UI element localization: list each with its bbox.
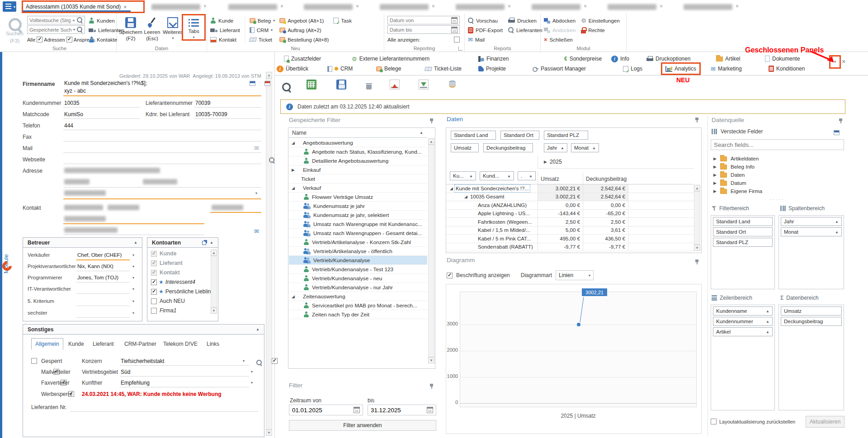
neu-beleg-button[interactable]: Beleg▾ [250,16,275,25]
matchcode-value[interactable]: KumiSo [64,111,83,118]
calendar-icon[interactable] [451,17,458,24]
betreuer-underline[interactable] [76,317,130,318]
app-menu-button[interactable]: ▾ [3,1,16,12]
gesperrt-checkbox[interactable] [31,358,37,364]
field-search-box[interactable] [711,139,844,150]
kontoart-row[interactable]: Firma1 [151,307,176,314]
sonstiges-tab-allgemein[interactable]: Allgemein [31,338,63,350]
pivot-cell-db[interactable]: 2,50 € [583,218,628,226]
pivot-filter-field[interactable]: Standard Land [451,131,496,140]
filter-item-row[interactable]: Vertrieb/Kundenanalyse - nur Jahr [289,283,427,292]
saved-filters-name-header[interactable]: Name ▲ [288,128,427,138]
datenbereich-field[interactable]: Deckungsbeitrag [781,317,842,326]
filter-item-row[interactable]: Kundenumsatz je jahr, selektiert [289,211,427,220]
adressen-checkbox[interactable] [37,37,42,42]
export-icon[interactable] [419,80,429,89]
fax-underline[interactable] [63,141,261,141]
lieferantennummer-value[interactable]: 70039 [195,100,210,106]
aktualisieren-button[interactable]: Aktualisieren [806,416,844,428]
delete-icon[interactable] [366,83,372,89]
andocken-button[interactable]: Andocken [544,25,576,35]
telefon-value[interactable]: 444 [64,122,73,129]
spaltenbereich-field[interactable]: Jahr▲ [781,217,842,226]
pivot-cell-umsatz[interactable]: 2,50 € [538,218,583,226]
vorschau-button[interactable]: Vorschau [468,16,503,25]
zoom-icon[interactable] [282,83,292,92]
pivot-column-field[interactable]: Jahr▲ [544,143,567,152]
pivot-row[interactable]: ◢ Kunde mit Sonderzeichen's !?... 3.002,… [446,184,694,193]
collapse-icon[interactable]: ▲ [256,327,259,331]
firmenname-line1[interactable]: Kunde mit Sonderzeichen's !?%$]; [64,80,147,86]
pivot-row[interactable]: Kabel / 1,5 m MIded/... 5,00 € 3,61 € [446,226,694,235]
tab-artikel[interactable]: Artikel [716,54,740,64]
expander-closed-icon[interactable]: ▶ [713,189,717,193]
tab-passwort-manager[interactable]: Passwort Manager [533,64,586,74]
field-folder-row[interactable]: ▶Eigene Firma [708,187,846,195]
betreuer-row-value[interactable]: Chef, Ober (CHEF) [77,252,122,258]
redacted-tab-close-icon[interactable]: × [432,3,435,9]
neu-auftrag-button[interactable]: Auftrag (Alt+2) [279,25,329,35]
tab-info[interactable]: iInfo [611,54,629,64]
redacted-tab[interactable] [380,4,429,10]
pivot-column-field[interactable]: Monat▲ [571,143,599,152]
chevron-down-icon[interactable]: ▾ [132,287,134,291]
redacted-tab[interactable] [532,4,580,10]
filter-group-row[interactable]: ◢Angebotsauswertung [289,138,427,147]
tab-ueberblick[interactable]: iÜberblick [277,64,308,74]
tabs-button[interactable]: Tabs▾ [184,16,203,40]
neu-kontakt-button[interactable]: Kontakt [210,35,240,44]
vertriebsgebiet-value[interactable]: Süd [121,369,130,375]
filter-group-row[interactable]: ◢Verkauf [289,184,427,193]
betreuer-row-value[interactable]: Nix, Kann (NIX) [77,264,113,269]
webseite-underline[interactable] [63,164,261,164]
pivot-cell-umsatz[interactable]: -9,77 € [538,243,583,251]
field-folder-row[interactable]: ▶Artikeldaten [708,155,846,163]
expander-closed-icon[interactable]: ▶ [292,168,295,172]
pivot-scrollbar[interactable] [694,191,700,245]
saved-filters-scroll-up-icon[interactable]: ▲ [428,138,434,145]
pivot-col-header-umsatz[interactable]: Umsatz [538,172,583,184]
export-icon[interactable] [202,240,207,245]
neu-angebot-button[interactable]: Angebot (Alt+1) [279,16,329,25]
tab-ticket-liste[interactable]: Ticket-Liste [425,64,462,74]
beschriftung-checkbox[interactable] [447,273,453,278]
chevron-down-icon[interactable]: ▾ [255,191,257,195]
mail-icon[interactable]: ✉ [254,228,259,234]
betreuer-underline[interactable] [76,293,130,294]
neu-ticket-button[interactable]: Ticket [250,35,275,44]
filter-group-row[interactable]: ◢Zeitenauswertung [289,292,427,301]
filter-item-row[interactable]: Serviceartikel pro MAB pro Monat - berec… [289,301,427,310]
tab-dokumente[interactable]: Dokumente [765,54,800,64]
pivot-cell-db[interactable]: 0,00 € [583,201,628,209]
collapse-icon[interactable]: ▲ [134,240,137,245]
expander-open-icon[interactable]: ◢ [464,194,467,199]
pivot-scroll-down-icon[interactable]: ▼ [694,245,700,251]
kontoart-row[interactable]: ★Persönliche Lieblinge [151,288,217,295]
filterbereich-field[interactable]: Standard PLZ [713,238,773,247]
pivot-row[interactable]: ◢ 10035 Gesamt 3.002,21 € 2.542,64 € [446,193,694,202]
kontoart-row[interactable]: Kontakt [151,269,180,276]
expander-open-icon[interactable]: ◢ [292,141,295,145]
neu-task-button[interactable]: Task [333,16,352,25]
abdocken-button[interactable]: Abdocken [544,16,576,25]
filter-item-row[interactable]: Flowwer Verträge Umsatz [289,193,427,202]
vcard-red-icon[interactable] [264,81,270,86]
chevron-down-icon[interactable]: ▾ [243,359,245,363]
pivot-cell-db[interactable]: 436,50 € [583,235,628,243]
expander-closed-icon[interactable]: ▶ [713,156,717,161]
pivot-data-field[interactable]: Umsatz [451,143,479,152]
redacted-tab[interactable] [456,4,505,10]
gespeicherte-suche-input[interactable] [29,27,71,33]
pivot-row[interactable]: Fahrtkosten (Wegeen... 2,50 € 2,50 € [446,218,694,226]
versteckte-felder-row[interactable]: Versteckte Felder [712,128,763,135]
active-window-tab[interactable]: Adressstamm (10035 Kunde mit Sond) × [22,0,145,13]
pivot-cell-umsatz[interactable]: 5,00 € [538,226,583,235]
sonstiges-tab-crm-partner[interactable]: CRM-Partner [121,338,160,350]
calendar-icon[interactable] [451,27,458,33]
pin-icon[interactable] [429,118,434,124]
pivot-cell-umsatz[interactable]: 0,00 € [538,201,583,209]
chevron-down-icon[interactable]: ▾ [132,276,134,280]
redacted-tab-close-icon[interactable]: × [203,3,207,9]
filter-item-row[interactable]: Kundenumsatz je jahr [289,202,427,211]
tab-externe-lieferantennummern[interactable]: ⚙Externe Lieferantennummern [352,54,429,64]
